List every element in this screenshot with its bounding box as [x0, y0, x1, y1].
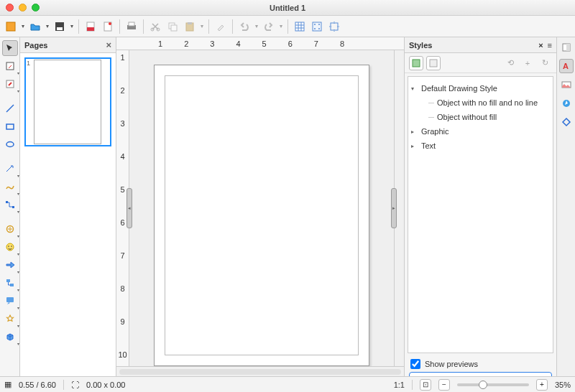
style-no-fill-no-line: Object with no fill and no line	[411, 95, 550, 110]
svg-point-25	[6, 142, 14, 147]
svg-point-31	[11, 246, 12, 247]
snap-grid-button[interactable]	[309, 19, 325, 34]
page-thumbnail[interactable]: 1	[24, 57, 111, 146]
save-button[interactable]	[52, 19, 68, 34]
svg-point-6	[109, 22, 111, 25]
svg-rect-21	[331, 23, 338, 30]
svg-point-30	[8, 246, 9, 247]
sidebar-tab-styles[interactable]: A	[559, 59, 574, 73]
cut-button[interactable]	[147, 19, 163, 34]
export-pdf-button[interactable]	[83, 19, 98, 34]
left-splitter[interactable]: ◂	[126, 188, 132, 228]
styles-tree[interactable]: ▾Default Drawing Style Object with no fi…	[408, 76, 553, 353]
print-direct-button[interactable]	[100, 19, 116, 34]
main-toolbar: ▾ ▾ ▾ ▾ ▾ ▾	[0, 16, 575, 37]
tool-ellipse[interactable]	[2, 136, 18, 152]
titlebar: Untitled 1	[0, 0, 575, 16]
tool-lines-arrows[interactable]: ▾	[2, 161, 18, 177]
print-button[interactable]	[124, 19, 139, 34]
tool-stars[interactable]: ▾	[2, 311, 18, 327]
styles-toolbar: ⟲ + ↻	[405, 53, 556, 73]
paste-button[interactable]	[182, 19, 198, 34]
svg-point-18	[318, 24, 320, 25]
undo-dropdown[interactable]: ▾	[254, 19, 259, 34]
update-style-button[interactable]: ↻	[538, 56, 552, 70]
right-splitter[interactable]: ▸	[391, 188, 397, 228]
presentation-styles-button[interactable]	[426, 56, 441, 70]
svg-rect-2	[57, 27, 63, 30]
canvas-viewport[interactable]: ◂ ▸	[129, 50, 394, 366]
new-style-button[interactable]: +	[520, 56, 535, 70]
svg-rect-14	[188, 22, 192, 24]
tool-symbol-shapes[interactable]: ▾	[2, 239, 18, 255]
sidebar-tab-gallery[interactable]	[559, 78, 574, 92]
svg-rect-22	[6, 62, 14, 70]
redo-button[interactable]	[261, 19, 277, 34]
tool-rectangle[interactable]	[2, 118, 18, 134]
tool-zoom-pan[interactable]: ▾	[2, 58, 18, 74]
tool-line[interactable]	[2, 101, 18, 116]
tool-curve[interactable]: ▾	[2, 179, 18, 195]
drawing-page[interactable]	[154, 65, 369, 366]
svg-rect-12	[171, 25, 177, 31]
fit-page-button[interactable]: ⊡	[420, 379, 431, 391]
open-button[interactable]	[27, 19, 43, 34]
undo-button[interactable]	[236, 19, 252, 34]
svg-point-20	[318, 28, 320, 29]
graphic-styles-button[interactable]	[409, 56, 423, 70]
status-size: 0.00 x 0.00	[86, 381, 125, 389]
style-without-fill: Object without fill	[411, 110, 550, 124]
pages-panel: Pages × 1	[20, 37, 116, 392]
tool-basic-shapes[interactable]: ▾	[2, 221, 18, 237]
svg-rect-38	[566, 44, 570, 51]
canvas-area: 1 2 3 4 5 6 7 8 1 2 3 4 5 6 7 8 9 10 ◂	[116, 37, 404, 392]
tool-block-arrows[interactable]: ▾	[2, 257, 18, 273]
clone-format-button[interactable]	[213, 19, 229, 34]
zoom-slider[interactable]	[457, 383, 529, 386]
open-dropdown[interactable]: ▾	[45, 19, 50, 34]
styles-panel-close[interactable]: ×	[538, 41, 543, 50]
styles-panel-menu[interactable]: ≡	[548, 41, 552, 50]
pages-panel-close[interactable]: ×	[106, 39, 111, 50]
page-margin	[165, 75, 359, 355]
save-dropdown[interactable]: ▾	[69, 19, 75, 34]
status-scale[interactable]: 1:1	[394, 381, 405, 389]
styles-panel-title: Styles	[409, 41, 432, 50]
svg-rect-26	[6, 201, 8, 203]
sidebar-tab-properties[interactable]	[559, 40, 574, 55]
status-bar: ▦ 0.55 / 6.60 ⛶ 0.00 x 0.00 1:1 ⊡ − + 35…	[0, 376, 575, 392]
paste-dropdown[interactable]: ▾	[199, 19, 205, 34]
zoom-out-button[interactable]: −	[438, 379, 450, 391]
zoom-level[interactable]: 35%	[555, 381, 571, 389]
left-toolbox: ▾ ▾ ▾ ▾ ▾ ▾ ▾ ▾ ▾ ▾ ▾ ▾	[0, 37, 20, 392]
status-page-icon[interactable]: ▦	[4, 380, 12, 389]
helplines-button[interactable]	[326, 19, 342, 34]
horizontal-ruler[interactable]: 1 2 3 4 5 6 7 8	[116, 37, 404, 50]
svg-rect-16	[313, 22, 321, 31]
tool-3d-objects[interactable]: ▾	[2, 329, 18, 345]
page-preview	[34, 60, 101, 144]
tool-connector[interactable]: ▾	[2, 197, 18, 213]
tool-flowchart[interactable]: ▾	[2, 275, 18, 291]
show-previews-checkbox[interactable]	[410, 359, 420, 369]
new-doc-button[interactable]	[3, 19, 19, 34]
tool-select[interactable]	[2, 40, 18, 56]
svg-rect-0	[6, 22, 15, 31]
status-position: 0.55 / 6.60	[19, 381, 56, 389]
fill-format-button[interactable]: ⟲	[503, 56, 518, 70]
tool-textbox[interactable]: ▾	[2, 76, 18, 92]
grid-button[interactable]	[292, 19, 308, 34]
window-title: Untitled 1	[0, 4, 575, 12]
copy-button[interactable]	[165, 19, 180, 34]
svg-rect-24	[6, 124, 14, 129]
horizontal-scrollbar[interactable]	[116, 366, 404, 376]
redo-dropdown[interactable]: ▾	[278, 19, 284, 34]
zoom-in-button[interactable]: +	[536, 379, 548, 391]
sidebar-tab-navigator[interactable]	[559, 96, 574, 111]
svg-rect-4	[87, 27, 94, 31]
svg-point-19	[314, 28, 316, 29]
new-doc-dropdown[interactable]: ▾	[20, 19, 26, 34]
style-default-drawing: ▾Default Drawing Style	[411, 81, 550, 95]
sidebar-tab-shapes[interactable]	[559, 115, 574, 129]
tool-callouts[interactable]: ▾	[2, 293, 18, 309]
